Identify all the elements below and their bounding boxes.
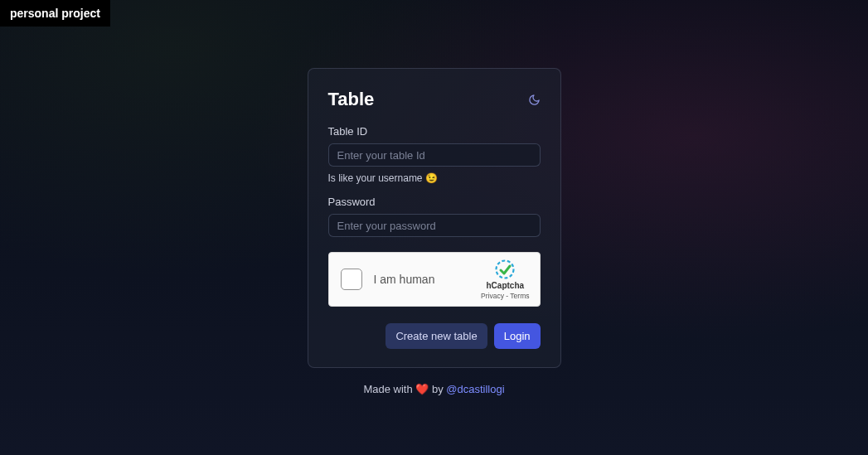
table-id-hint: Is like your username 😉 bbox=[328, 172, 541, 184]
hcaptcha-links: Privacy - Terms bbox=[481, 292, 529, 300]
password-field: Password bbox=[328, 196, 541, 237]
hcaptcha-checkbox[interactable] bbox=[341, 269, 362, 290]
password-input[interactable] bbox=[328, 214, 541, 237]
hcaptcha-name: hCaptcha bbox=[487, 281, 525, 290]
footer: Made with ❤️ by @dcastillogi bbox=[363, 383, 504, 395]
project-badge-text: personal project bbox=[10, 7, 100, 20]
heart-icon: ❤️ bbox=[415, 383, 429, 395]
password-label: Password bbox=[328, 196, 541, 208]
table-id-input[interactable] bbox=[328, 143, 541, 167]
actions-row: Create new table Login bbox=[328, 323, 541, 349]
svg-point-0 bbox=[497, 261, 514, 278]
theme-toggle-button[interactable] bbox=[528, 94, 541, 106]
hcaptcha-label: I am human bbox=[374, 273, 435, 286]
table-id-label: Table ID bbox=[328, 125, 541, 138]
hcaptcha-privacy-link[interactable]: Privacy bbox=[481, 292, 504, 300]
page-container: Table Table ID Is like your username 😉 P… bbox=[0, 0, 868, 455]
hcaptcha-widget: I am human hCaptcha Privacy - Terms bbox=[328, 252, 541, 307]
table-id-field: Table ID Is like your username 😉 bbox=[328, 125, 541, 184]
card-title: Table bbox=[328, 89, 375, 110]
hcaptcha-logo-icon bbox=[495, 259, 515, 279]
login-button[interactable]: Login bbox=[494, 323, 541, 349]
footer-by: by bbox=[429, 383, 446, 395]
create-new-table-button[interactable]: Create new table bbox=[386, 323, 487, 349]
login-card: Table Table ID Is like your username 😉 P… bbox=[308, 68, 561, 368]
hcaptcha-brand: hCaptcha Privacy - Terms bbox=[481, 259, 529, 300]
hcaptcha-terms-link[interactable]: Terms bbox=[510, 292, 529, 300]
card-header: Table bbox=[328, 89, 541, 110]
author-link[interactable]: @dcastillogi bbox=[446, 383, 504, 395]
footer-prefix: Made with bbox=[363, 383, 415, 395]
moon-icon bbox=[528, 94, 541, 106]
project-badge: personal project bbox=[0, 0, 110, 27]
